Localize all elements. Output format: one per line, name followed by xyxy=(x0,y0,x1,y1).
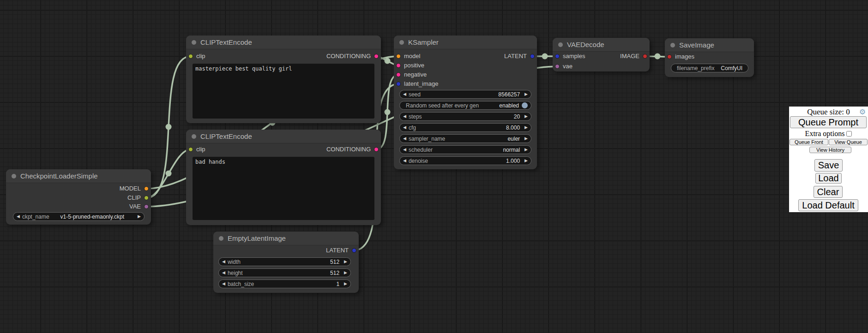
decrement-arrow-icon[interactable]: ◀ xyxy=(403,123,406,132)
width-widget[interactable]: ◀ width 512 ▶ xyxy=(218,257,351,266)
extra-options-checkbox[interactable] xyxy=(846,131,852,137)
link-midpoint-dot xyxy=(385,109,391,115)
increment-arrow-icon[interactable]: ▶ xyxy=(524,123,528,132)
queue-front-button[interactable]: Queue Front xyxy=(790,139,828,145)
decrement-arrow-icon[interactable]: ◀ xyxy=(403,90,406,99)
load-button[interactable]: Load xyxy=(815,173,842,184)
decrement-arrow-icon[interactable]: ◀ xyxy=(222,279,225,288)
filename-prefix-widget[interactable]: filename_prefix ComfyUI xyxy=(671,64,748,72)
view-history-button[interactable]: View History xyxy=(809,147,851,153)
output-label-vae: VAE xyxy=(129,203,141,210)
queue-prompt-button[interactable]: Queue Prompt xyxy=(790,116,867,128)
settings-gear-icon[interactable]: ⚙ xyxy=(859,107,866,116)
collapse-dot-icon[interactable] xyxy=(192,40,196,45)
decrement-arrow-icon[interactable]: ◀ xyxy=(403,134,406,143)
decrement-arrow-icon[interactable]: ◀ xyxy=(222,268,225,277)
prompt-textarea[interactable] xyxy=(193,157,374,220)
increment-arrow-icon[interactable]: ▶ xyxy=(524,145,528,154)
decrement-arrow-icon[interactable]: ◀ xyxy=(222,257,225,266)
decrement-arrow-icon[interactable]: ◀ xyxy=(403,145,406,154)
output-port-latent[interactable] xyxy=(352,248,356,253)
node-title-label: CLIPTextEncode xyxy=(200,132,252,140)
input-port-vae[interactable] xyxy=(555,64,560,69)
node-titlebar[interactable]: VAEDecode xyxy=(553,38,650,52)
decrement-arrow-icon[interactable]: ◀ xyxy=(403,112,406,121)
widget-value: 1 xyxy=(256,281,342,287)
collapse-dot-icon[interactable] xyxy=(399,40,404,45)
queue-size-label: Queue size: 0 xyxy=(789,107,868,117)
collapse-dot-icon[interactable] xyxy=(670,43,675,48)
batch-size-widget[interactable]: ◀ batch_size 1 ▶ xyxy=(218,279,351,288)
output-label-conditioning: CONDITIONING xyxy=(326,53,371,60)
widget-value: 8.000 xyxy=(418,125,522,131)
seed-widget[interactable]: ◀ seed 8566257 ▶ xyxy=(399,90,531,99)
denoise-widget[interactable]: ◀ denoise 1.000 ▶ xyxy=(399,156,531,165)
collapse-dot-icon[interactable] xyxy=(219,236,223,241)
node-titlebar[interactable]: EmptyLatentImage xyxy=(213,232,359,245)
cfg-widget[interactable]: ◀ cfg 8.000 ▶ xyxy=(399,123,531,132)
widget-value: 8566257 xyxy=(423,91,522,98)
input-port-latent-image[interactable] xyxy=(396,82,401,86)
load-default-button[interactable]: Load Default xyxy=(798,199,858,211)
output-port-vae[interactable] xyxy=(144,204,149,209)
node-empty-latent-image[interactable]: EmptyLatentImage LATENT ◀ width 512 ▶ ◀ … xyxy=(213,232,359,293)
increment-arrow-icon[interactable]: ▶ xyxy=(524,156,528,165)
input-port-clip[interactable] xyxy=(188,147,193,152)
input-port-model[interactable] xyxy=(396,54,401,59)
node-vae-decode[interactable]: VAEDecode samples vae IMAGE xyxy=(553,38,650,71)
clear-button[interactable]: Clear xyxy=(814,186,843,198)
widget-name: sampler_name xyxy=(409,136,445,142)
output-port-clip[interactable] xyxy=(144,196,149,200)
toggle-dot-icon[interactable] xyxy=(522,102,528,108)
output-port-model[interactable] xyxy=(144,186,149,191)
widget-value: v1-5-pruned-emaonly.ckpt xyxy=(52,214,135,220)
node-title-label: VAEDecode xyxy=(567,41,604,48)
sampler-name-widget[interactable]: ◀ sampler_name euler ▶ xyxy=(399,134,531,143)
node-clip-text-encode-negative[interactable]: CLIPTextEncode clip CONDITIONING xyxy=(186,130,381,225)
collapse-dot-icon[interactable] xyxy=(12,174,16,178)
save-button[interactable]: Save xyxy=(814,159,843,172)
link-midpoint-dot xyxy=(166,171,172,177)
output-port-conditioning[interactable] xyxy=(374,54,379,59)
output-port-conditioning[interactable] xyxy=(374,147,379,152)
decrement-arrow-icon[interactable]: ◀ xyxy=(17,212,20,221)
node-save-image[interactable]: SaveImage images filename_prefix ComfyUI xyxy=(665,38,754,77)
input-label-images: images xyxy=(675,53,694,60)
increment-arrow-icon[interactable]: ▶ xyxy=(524,134,528,143)
output-label-image: IMAGE xyxy=(620,53,639,60)
node-titlebar[interactable]: CLIPTextEncode xyxy=(186,130,381,143)
increment-arrow-icon[interactable]: ▶ xyxy=(344,268,347,277)
output-port-image[interactable] xyxy=(643,54,647,59)
node-clip-text-encode-positive[interactable]: CLIPTextEncode clip CONDITIONING xyxy=(186,36,381,123)
increment-arrow-icon[interactable]: ▶ xyxy=(344,257,347,266)
input-port-samples[interactable] xyxy=(555,54,560,59)
increment-arrow-icon[interactable]: ▶ xyxy=(524,112,528,121)
collapse-dot-icon[interactable] xyxy=(558,42,563,47)
input-port-images[interactable] xyxy=(667,54,672,59)
input-port-clip[interactable] xyxy=(188,54,193,59)
increment-arrow-icon[interactable]: ▶ xyxy=(344,279,347,288)
scheduler-widget[interactable]: ◀ scheduler normal ▶ xyxy=(399,145,531,154)
view-queue-button[interactable]: View Queue xyxy=(829,139,868,145)
node-titlebar[interactable]: SaveImage xyxy=(665,38,754,52)
output-label-latent: LATENT xyxy=(504,53,527,60)
ckpt-name-widget[interactable]: ◀ ckpt_name v1-5-pruned-emaonly.ckpt ▶ xyxy=(13,212,145,221)
steps-widget[interactable]: ◀ steps 20 ▶ xyxy=(399,112,531,121)
increment-arrow-icon[interactable]: ▶ xyxy=(138,212,141,221)
node-titlebar[interactable]: KSampler xyxy=(394,36,537,49)
height-widget[interactable]: ◀ height 512 ▶ xyxy=(218,268,351,277)
output-port-latent[interactable] xyxy=(530,54,535,59)
collapse-dot-icon[interactable] xyxy=(192,134,196,139)
widget-value: 512 xyxy=(245,270,342,276)
node-titlebar[interactable]: CheckpointLoaderSimple xyxy=(6,169,151,183)
node-ksampler[interactable]: KSampler model positive negative latent_… xyxy=(394,36,537,169)
prompt-textarea[interactable] xyxy=(193,64,374,119)
increment-arrow-icon[interactable]: ▶ xyxy=(524,90,528,99)
node-titlebar[interactable]: CLIPTextEncode xyxy=(186,36,381,49)
input-port-positive[interactable] xyxy=(396,63,401,68)
extra-options-row: Extra options xyxy=(789,130,868,138)
random-seed-toggle-widget[interactable]: Random seed after every gen enabled xyxy=(399,101,531,110)
node-checkpoint-loader[interactable]: CheckpointLoaderSimple MODEL CLIP VAE ◀ … xyxy=(6,169,151,225)
input-port-negative[interactable] xyxy=(396,72,401,77)
decrement-arrow-icon[interactable]: ◀ xyxy=(403,156,406,165)
